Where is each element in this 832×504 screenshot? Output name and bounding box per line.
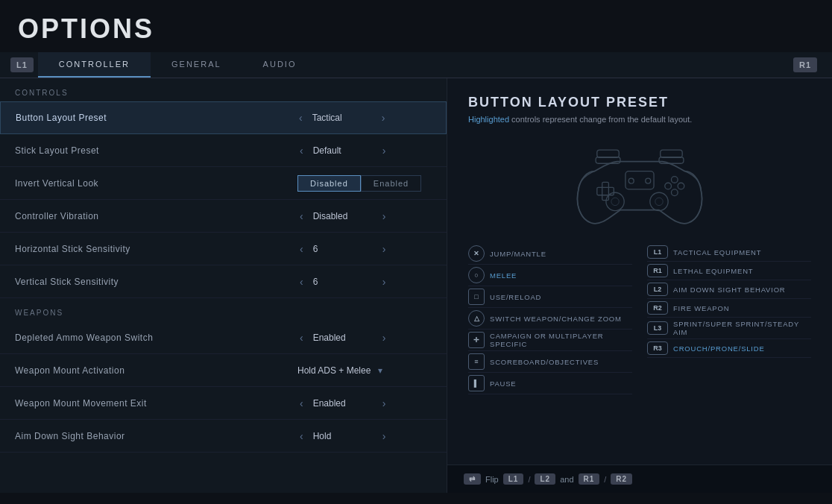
value-vertical-sensitivity: ‹ 6 › [297,276,432,288]
svg-point-12 [611,198,619,205]
tab-bar: L1 CONTROLLER GENERAL AUDIO R1 [0,52,832,78]
footer-l1-badge: L1 [503,473,524,485]
preset-subtitle: Highlighted controls represent change fr… [468,115,811,124]
value-invert-vertical: Disabled Enabled [297,175,432,192]
controller-diagram [468,136,811,233]
footer-and-label: and [560,475,573,484]
left-panel: CONTROLS Button Layout Preset ‹ Tactical… [0,78,447,493]
prev-v-sensitivity[interactable]: ‹ [297,276,306,288]
footer-flip-icon: ⇄ [464,473,481,485]
svg-point-16 [646,178,651,183]
dpad-badge: ✛ [468,332,485,348]
text-weapon-mount-activation: Hold ADS + Melee [297,365,371,376]
text-button-layout: Tactical [312,113,372,123]
prev-mount-movement[interactable]: ‹ [297,397,306,409]
svg-point-15 [628,178,634,183]
tab-l1-badge: L1 [10,57,34,72]
svg-rect-4 [625,171,654,189]
prev-h-sensitivity[interactable]: ‹ [297,243,306,255]
value-weapon-mount-movement: ‹ Enabled › [297,397,432,409]
next-stick-layout[interactable]: › [380,145,388,157]
value-ads-behavior: ‹ Hold › [297,430,432,442]
label-weapon-mount-movement: Weapon Mount Movement Exit [15,398,297,409]
row-weapon-mount-movement: Weapon Mount Movement Exit ‹ Enabled › [0,387,447,420]
mapping-melee: ○ MELEE [468,265,632,286]
svg-point-8 [678,183,684,189]
prev-depleted-ammo[interactable]: ‹ [297,332,306,344]
svg-rect-3 [661,150,682,157]
text-depleted-ammo: Enabled [313,333,373,343]
l1-badge: L1 [647,245,668,259]
row-depleted-ammo: Depleted Ammo Weapon Switch ‹ Enabled › [0,321,447,354]
mapping-jump: ✕ JUMP/MANTLE [468,243,632,265]
row-invert-vertical: Invert Vertical Look Disabled Enabled [0,167,447,200]
prev-vibration[interactable]: ‹ [297,210,306,222]
right-panel: BUTTON LAYOUT PRESET Highlighted control… [447,78,832,493]
label-stick-layout-preset: Stick Layout Preset [15,145,297,156]
row-ads-behavior: Aim Down Sight Behavior ‹ Hold › [0,420,447,453]
subtitle-rest: controls represent change from the defau… [509,115,692,124]
next-depleted-ammo[interactable]: › [380,332,388,344]
l2-badge: L2 [647,283,668,296]
triangle-button-badge: △ [468,310,485,327]
label-controller-vibration: Controller Vibration [15,211,297,221]
tab-audio[interactable]: AUDIO [242,52,318,78]
next-vibration[interactable]: › [380,210,388,222]
tab-controller[interactable]: CONTROLLER [38,52,151,78]
value-controller-vibration: ‹ Disabled › [297,210,432,222]
footer-r1-badge: R1 [579,473,600,485]
svg-rect-2 [597,150,619,157]
text-v-sensitivity: 6 [313,277,373,287]
row-horizontal-sensitivity: Horizontal Stick Sensitivity ‹ 6 › [0,233,447,265]
label-button-layout-preset: Button Layout Preset [16,113,297,123]
toggle-enabled[interactable]: Enabled [361,175,421,192]
toggle-disabled[interactable]: Disabled [297,175,361,192]
next-h-sensitivity[interactable]: › [380,243,388,255]
footer-l2-badge: L2 [535,473,555,485]
action-use-reload: USE/RELOAD [490,293,541,301]
next-ads-behavior[interactable]: › [380,430,388,442]
circle-button-badge: ○ [468,267,485,283]
footer-slash2: / [604,475,606,484]
svg-point-9 [665,183,672,189]
row-stick-layout-preset: Stick Layout Preset ‹ Default › [0,134,447,167]
svg-point-10 [671,189,678,196]
action-r2: FIRE WEAPON [673,304,729,312]
label-horizontal-sensitivity: Horizontal Stick Sensitivity [15,244,297,254]
prev-ads-behavior[interactable]: ‹ [297,430,306,442]
chevron-down-icon[interactable]: ▾ [378,365,382,376]
label-weapon-mount-activation: Weapon Mount Activation [15,365,297,376]
next-button-layout[interactable]: › [379,112,388,124]
svg-point-11 [606,192,624,210]
mapping-scoreboard: ≡ SCOREBOARD/OBJECTIVES [468,351,632,373]
prev-stick-layout[interactable]: ‹ [297,145,306,157]
footer-flip-bar: ⇄ Flip L1 / L2 and R1 / R2 [447,464,832,493]
value-weapon-mount-activation: Hold ADS + Melee ▾ [297,365,432,376]
mapping-r1: R1 LETHAL EQUIPMENT [647,262,811,280]
row-vertical-sensitivity: Vertical Stick Sensitivity ‹ 6 › [0,265,447,298]
action-l3: SPRINT/SUPER SPRINT/STEADY AIM [673,320,811,336]
toggle-invert-vertical: Disabled Enabled [297,175,421,192]
header: OPTIONS L1 CONTROLLER GENERAL AUDIO R1 [0,0,832,78]
value-depleted-ammo: ‹ Enabled › [297,332,432,344]
main-content: CONTROLS Button Layout Preset ‹ Tactical… [0,78,832,493]
section-weapons-label: WEAPONS [0,298,447,321]
text-vibration: Disabled [313,211,373,221]
square-button-badge: □ [468,289,485,305]
label-ads-behavior: Aim Down Sight Behavior [15,431,297,441]
tab-general[interactable]: GENERAL [151,52,242,78]
prev-button-layout[interactable]: ‹ [297,112,305,124]
next-v-sensitivity[interactable]: › [380,276,388,288]
next-mount-movement[interactable]: › [380,397,388,409]
mapping-campaign: ✛ CAMPAIGN OR MULTIPLAYER SPECIFIC [468,330,632,351]
mappings-right-column: L1 TACTICAL EQUIPMENT R1 LETHAL EQUIPMEN… [647,243,811,394]
svg-rect-6 [597,187,614,195]
footer-r2-badge: R2 [611,473,632,485]
action-l1: TACTICAL EQUIPMENT [673,248,761,256]
svg-point-13 [650,192,668,210]
text-ads-behavior: Hold [313,431,373,441]
row-weapon-mount-activation: Weapon Mount Activation Hold ADS + Melee… [0,354,447,387]
mapping-use-reload: □ USE/RELOAD [468,286,632,308]
text-stick-layout: Default [313,145,373,156]
row-button-layout-preset: Button Layout Preset ‹ Tactical › [0,101,447,134]
